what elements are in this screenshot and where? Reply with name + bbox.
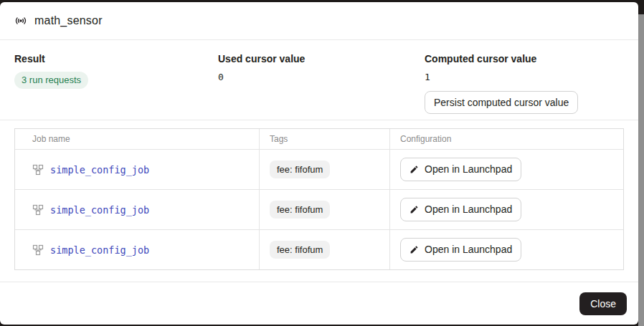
pencil-icon — [409, 245, 419, 254]
configuration-cell: Open in Launchpad — [389, 190, 623, 229]
result-column: Result 3 run requests — [14, 53, 218, 120]
dialog-title: math_sensor — [34, 14, 103, 27]
job-icon — [32, 244, 44, 256]
job-name-link[interactable]: simple_config_job — [50, 164, 149, 176]
pencil-icon — [409, 205, 419, 214]
used-cursor-value: 0 — [218, 72, 224, 83]
open-in-launchpad-label: Open in Launchpad — [425, 163, 512, 176]
job-icon — [32, 204, 44, 216]
tag-badge: fee: fifofum — [270, 160, 330, 179]
column-header-job-name: Job name — [15, 129, 259, 149]
pencil-icon — [409, 165, 419, 174]
open-in-launchpad-button[interactable]: Open in Launchpad — [400, 198, 521, 221]
column-header-tags: Tags — [259, 129, 389, 149]
tags-cell: fee: fifofum — [259, 190, 389, 229]
run-requests-badge: 3 run requests — [14, 72, 88, 89]
table-row: simple_config_job fee: fifofum Open in L… — [15, 189, 623, 229]
job-name-link[interactable]: simple_config_job — [50, 244, 149, 256]
page-scrollbar[interactable] — [638, 14, 644, 326]
computed-cursor-label: Computed cursor value — [425, 53, 536, 64]
tag-badge: fee: fifofum — [270, 241, 330, 259]
job-name-cell: simple_config_job — [15, 190, 259, 229]
job-icon — [32, 164, 44, 176]
table-row: simple_config_job fee: fifofum Open in L… — [15, 229, 623, 269]
dialog-footer: Close — [0, 282, 638, 325]
open-in-launchpad-label: Open in Launchpad — [425, 203, 512, 216]
sensor-evaluation-dialog: math_sensor Result 3 run requests Used c… — [0, 2, 638, 325]
computed-cursor-value: 1 — [425, 72, 430, 83]
open-in-launchpad-button[interactable]: Open in Launchpad — [400, 158, 521, 181]
sensor-icon — [14, 14, 27, 27]
tags-cell: fee: fifofum — [259, 230, 389, 269]
table-header-row: Job name Tags Configuration — [15, 129, 623, 149]
evaluation-summary: Result 3 run requests Used cursor value … — [0, 40, 638, 120]
job-name-cell: simple_config_job — [15, 150, 259, 189]
used-cursor-label: Used cursor value — [218, 53, 305, 64]
table-row: simple_config_job fee: fifofum Open in L… — [15, 149, 623, 189]
persist-cursor-button[interactable]: Persist computed cursor value — [425, 91, 578, 114]
open-in-launchpad-label: Open in Launchpad — [425, 243, 512, 256]
configuration-cell: Open in Launchpad — [389, 230, 623, 269]
column-header-configuration: Configuration — [389, 129, 623, 149]
configuration-cell: Open in Launchpad — [389, 150, 623, 189]
job-name-link[interactable]: simple_config_job — [50, 204, 149, 216]
screen: math_sensor Result 3 run requests Used c… — [0, 0, 644, 326]
run-requests-table: Job name Tags Configuration simple_confi… — [14, 128, 624, 270]
job-name-cell: simple_config_job — [15, 230, 259, 269]
open-in-launchpad-button[interactable]: Open in Launchpad — [400, 238, 521, 261]
tag-badge: fee: fifofum — [270, 201, 330, 219]
close-button[interactable]: Close — [579, 292, 627, 315]
computed-cursor-column: Computed cursor value 1 Persist computed… — [425, 53, 624, 120]
used-cursor-column: Used cursor value 0 — [218, 53, 425, 120]
dialog-header: math_sensor — [0, 2, 638, 40]
tags-cell: fee: fifofum — [259, 150, 389, 189]
result-label: Result — [14, 53, 45, 64]
